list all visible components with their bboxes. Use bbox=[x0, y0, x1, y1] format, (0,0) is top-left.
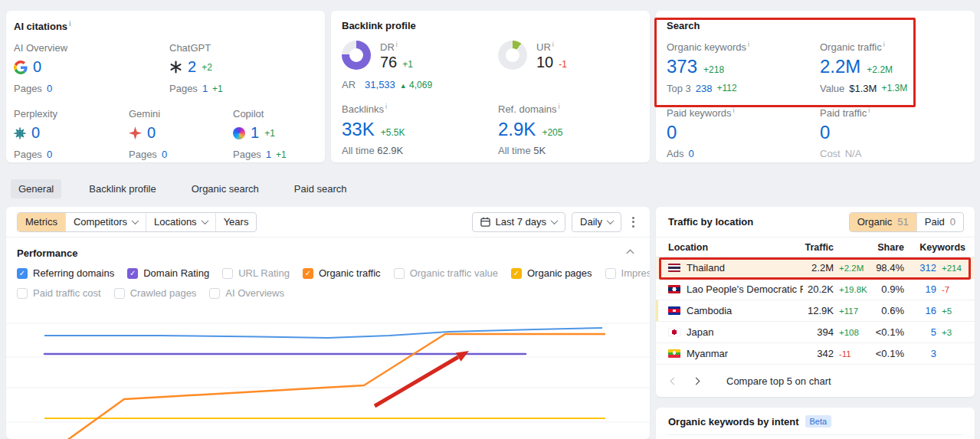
table-row-japan[interactable]: Japan 394 +108 <0.1% 5 +3 bbox=[656, 322, 975, 343]
traffic-by-location-card: Traffic by location Organic51 Paid0 Loca… bbox=[656, 207, 975, 397]
organic-keywords-value[interactable]: 373 bbox=[667, 57, 697, 76]
toggle-organic-pages[interactable]: ✓Organic pages bbox=[511, 267, 592, 279]
perplexity-value[interactable]: 0 bbox=[31, 124, 40, 142]
chatgpt-icon bbox=[169, 61, 182, 74]
ref-domains-metric: Ref. domainsi 2.9K +205 All time 5K bbox=[498, 103, 639, 156]
toggle-organic-traffic-value[interactable]: Organic traffic value bbox=[394, 267, 498, 279]
metric-toggles-row-2: Paid traffic cost Crawled pages AI Overv… bbox=[17, 287, 639, 299]
top3-count[interactable]: 238 bbox=[696, 83, 713, 94]
line-organic-traffic bbox=[61, 334, 605, 439]
organic-paid-toggle: Organic51 Paid0 bbox=[849, 212, 964, 232]
performance-line-chart[interactable] bbox=[6, 305, 650, 439]
years-segment[interactable]: Years bbox=[216, 213, 257, 231]
competitors-segment[interactable]: Competitors bbox=[66, 213, 146, 231]
keywords-link[interactable]: 312 bbox=[904, 262, 936, 274]
seo-dashboard: { "colors": { "link_blue": "#0d66d0", "p… bbox=[0, 0, 980, 439]
info-icon[interactable]: i bbox=[883, 41, 885, 48]
date-range-button[interactable]: Last 7 days bbox=[472, 212, 566, 232]
google-icon bbox=[14, 61, 28, 74]
toggle-impressions[interactable]: Impressions bbox=[605, 267, 650, 279]
perplexity-icon bbox=[14, 127, 26, 139]
ai-overview-value[interactable]: 0 bbox=[33, 58, 41, 76]
tab-general[interactable]: General bbox=[11, 179, 61, 198]
table-row-cambodia[interactable]: Cambodia 12.9K +117 0.6% 16 +5 bbox=[656, 300, 975, 322]
chevron-down-icon bbox=[607, 217, 615, 224]
pages-count[interactable]: 0 bbox=[47, 149, 52, 160]
metric-toggles-row-1: ✓Referring domains ✓Domain Rating URL Ra… bbox=[17, 267, 639, 279]
annotation-arrow bbox=[375, 351, 469, 406]
tab-backlink-profile[interactable]: Backlink profile bbox=[81, 179, 163, 198]
locations-segment[interactable]: Locations bbox=[146, 213, 216, 231]
toggle-organic-traffic[interactable]: ✓Organic traffic bbox=[303, 267, 381, 279]
ref-domains-value[interactable]: 2.9K bbox=[498, 120, 536, 139]
chevron-down-icon bbox=[551, 217, 559, 224]
gemini-icon bbox=[129, 126, 142, 139]
keywords-link[interactable]: 16 bbox=[904, 305, 936, 316]
view-mode-segmented-control: Metrics Competitors Locations Years bbox=[17, 212, 257, 232]
dr-value: 76 bbox=[380, 54, 397, 71]
ai-overview-metric: AI Overview 0 Pages0 bbox=[14, 42, 169, 94]
info-icon[interactable]: i bbox=[69, 20, 71, 28]
paid-keywords-value[interactable]: 0 bbox=[667, 122, 677, 143]
paid-traffic-value[interactable]: 0 bbox=[820, 122, 830, 143]
tab-paid-search[interactable]: Paid search bbox=[287, 179, 355, 198]
gemini-value[interactable]: 0 bbox=[147, 124, 156, 142]
beta-badge: Beta bbox=[805, 415, 832, 428]
more-options-button[interactable] bbox=[628, 212, 639, 232]
myanmar-flag-icon bbox=[668, 349, 680, 358]
chatgpt-value[interactable]: 2 bbox=[188, 58, 196, 76]
toggle-crawled-pages[interactable]: Crawled pages bbox=[114, 287, 197, 299]
next-page-icon[interactable] bbox=[693, 378, 700, 385]
performance-card: Metrics Competitors Locations Years Last… bbox=[6, 207, 650, 439]
keywords-link[interactable]: 5 bbox=[904, 326, 936, 338]
toggle-url-rating[interactable]: URL Rating bbox=[222, 267, 290, 279]
metrics-segment[interactable]: Metrics bbox=[18, 213, 66, 231]
toggle-paid-traffic-cost[interactable]: Paid traffic cost bbox=[17, 287, 101, 299]
location-table-header: Location Traffic Share Keywords bbox=[656, 238, 975, 257]
copilot-value[interactable]: 1 bbox=[251, 124, 259, 142]
granularity-button[interactable]: Daily bbox=[572, 212, 621, 232]
copilot-metric: Copilot 1 +1 Pages1+1 bbox=[233, 108, 317, 160]
info-icon[interactable]: i bbox=[733, 106, 735, 114]
info-icon[interactable]: i bbox=[396, 41, 398, 48]
ai-citations-title: AI citationsi bbox=[14, 20, 317, 32]
keywords-link[interactable]: 3 bbox=[904, 348, 936, 359]
ai-citations-card: AI citationsi AI Overview 0 Pages0 ChatG… bbox=[6, 11, 325, 162]
backlinks-metric: Backlinksi 33K +5.5K All time 62.9K bbox=[342, 103, 498, 156]
info-icon[interactable]: i bbox=[385, 103, 387, 110]
info-icon[interactable]: i bbox=[748, 41, 749, 48]
organic-toggle[interactable]: Organic51 bbox=[850, 213, 917, 231]
previous-page-icon[interactable] bbox=[670, 378, 678, 385]
cambodia-flag-icon bbox=[668, 306, 680, 315]
pages-count[interactable]: 1 bbox=[202, 83, 208, 94]
keywords-by-intent-card: Organic keywords by intent Beta bbox=[656, 408, 975, 439]
backlinks-value[interactable]: 33K bbox=[342, 120, 375, 139]
pages-count[interactable]: 1 bbox=[266, 149, 271, 160]
info-icon[interactable]: i bbox=[559, 103, 560, 110]
table-row-myanmar[interactable]: Myanmar 342 -11 <0.1% 3 bbox=[656, 343, 975, 365]
table-row-laos[interactable]: Lao People's Democratic Repub 20.2K +19.… bbox=[656, 279, 975, 300]
info-icon[interactable]: i bbox=[868, 106, 870, 114]
info-icon[interactable]: i bbox=[552, 41, 554, 48]
chart-toolbar: Metrics Competitors Locations Years Last… bbox=[6, 207, 650, 238]
up-triangle-icon: ▲ bbox=[400, 82, 407, 90]
traffic-by-location-title: Traffic by location bbox=[668, 216, 753, 228]
search-card: Search Organic keywordsi 373 +218 Top 32… bbox=[656, 11, 975, 162]
tab-organic-search[interactable]: Organic search bbox=[184, 179, 267, 198]
toggle-ai-overviews[interactable]: AI Overviews bbox=[209, 287, 284, 299]
paid-toggle[interactable]: Paid0 bbox=[917, 213, 963, 231]
dr-donut bbox=[342, 41, 371, 70]
row-color-indicator bbox=[656, 300, 658, 321]
pages-count[interactable]: 0 bbox=[47, 83, 52, 94]
pages-count[interactable]: 0 bbox=[162, 149, 167, 160]
toggle-referring-domains[interactable]: ✓Referring domains bbox=[17, 267, 114, 279]
performance-title: Performance bbox=[17, 247, 77, 259]
chevron-down-icon bbox=[132, 217, 139, 224]
collapse-section-icon[interactable] bbox=[627, 250, 634, 257]
report-tabs: General Backlink profile Organic search … bbox=[11, 179, 355, 198]
keywords-link[interactable]: 19 bbox=[904, 283, 936, 295]
table-row-thailand[interactable]: Thailand 2.2M +2.2M 98.4% 312 +214 bbox=[656, 257, 975, 279]
organic-traffic-value[interactable]: 2.2M bbox=[820, 57, 860, 76]
toggle-domain-rating[interactable]: ✓Domain Rating bbox=[127, 267, 209, 279]
keywords-by-intent-title: Organic keywords by intent bbox=[668, 416, 799, 428]
